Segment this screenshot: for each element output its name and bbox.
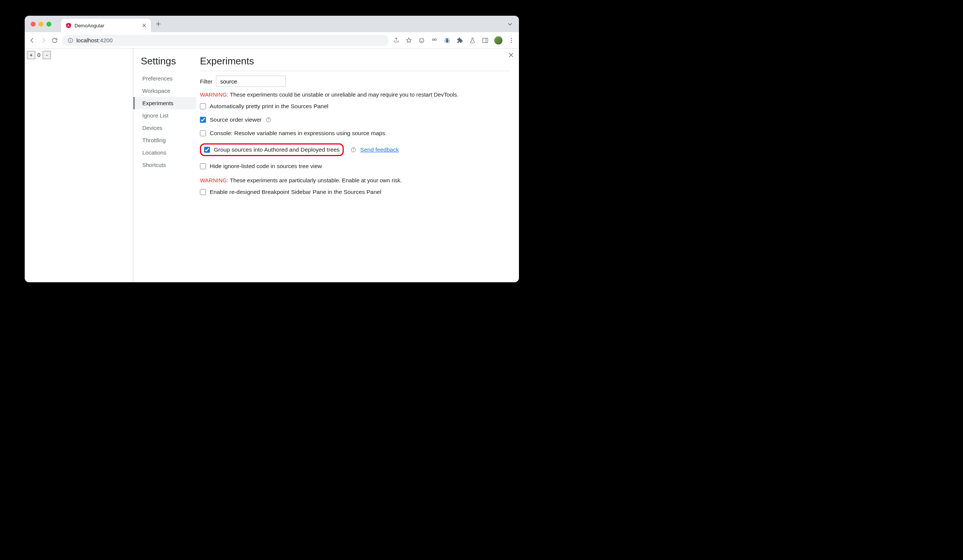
address-bar[interactable]: localhost:4200 [62,35,389,46]
experiment-checkbox[interactable] [200,103,206,109]
filter-row: Filter [200,76,510,87]
browser-tab[interactable]: DemoAngular [61,19,151,32]
svg-rect-10 [483,38,488,43]
settings-sidebar: Settings Preferences Workspace Experimen… [133,49,196,282]
back-button[interactable] [28,37,36,44]
svg-point-12 [511,38,512,39]
experiment-label: Group sources into Authored and Deployed… [214,146,340,153]
warning-2: WARNING: These experiments are particula… [200,177,510,183]
browser-toolbar: localhost:4200 [25,32,519,49]
bookmark-icon[interactable] [405,37,413,44]
svg-point-16 [268,121,269,121]
highlight-annotation: Group sources into Authored and Deployed… [200,143,344,156]
experiment-checkbox[interactable] [200,189,206,195]
experiment-checkbox[interactable] [200,117,206,123]
settings-title: Settings [141,55,196,67]
tab-strip: DemoAngular [25,16,519,32]
settings-item-workspace[interactable]: Workspace [133,84,196,97]
svg-point-14 [511,42,512,43]
experiment-row-group-sources: Group sources into Authored and Deployed… [200,143,510,156]
extension-icon-1[interactable] [418,37,425,44]
toolbar-actions [392,36,515,45]
divider [200,71,510,71]
svg-point-13 [511,40,512,41]
settings-item-shortcuts[interactable]: Shortcuts [133,159,196,171]
help-icon[interactable] [350,147,357,153]
send-feedback-link[interactable]: Send feedback [360,146,399,153]
window-maximize-button[interactable] [46,22,51,27]
experiment-label: Console: Resolve variable names in expre… [210,130,385,137]
experiment-row-breakpoint-sidebar: Enable re-designed Breakpoint Sidebar Pa… [200,189,510,196]
extension-icon-3[interactable] [443,37,451,44]
site-info-icon[interactable] [67,37,73,44]
svg-point-18 [353,151,353,151]
filter-label: Filter [200,78,212,84]
tab-title: DemoAngular [75,23,139,28]
extensions-menu-icon[interactable] [456,37,464,44]
url-text: localhost:4200 [76,37,113,44]
window-close-button[interactable] [31,22,36,27]
svg-point-4 [420,39,421,40]
experiment-label: Automatically pretty print in the Source… [210,103,328,110]
experiment-label: Hide ignore-listed code in sources tree … [210,163,322,170]
new-tab-button[interactable] [156,21,161,27]
tabstrip-dropdown-button[interactable] [507,21,513,27]
experiment-row-pretty-print: Automatically pretty print in the Source… [200,103,510,110]
forward-button[interactable] [40,37,47,44]
experiment-checkbox[interactable] [200,130,206,136]
svg-point-9 [447,41,449,43]
window-minimize-button[interactable] [39,22,44,27]
increment-button[interactable]: + [27,51,35,59]
share-icon[interactable] [392,37,400,44]
page-title: Experiments [200,55,510,67]
labs-icon[interactable] [469,37,476,44]
settings-item-experiments[interactable]: Experiments [133,97,196,109]
experiment-row-source-order: Source order viewer [200,117,510,123]
settings-item-ignore-list[interactable]: Ignore List [133,109,196,121]
extension-icon-2[interactable] [431,37,438,44]
svg-rect-1 [70,40,70,42]
experiment-row-console-resolve: Console: Resolve variable names in expre… [200,130,510,137]
settings-item-locations[interactable]: Locations [133,146,196,159]
counter-widget: + 0 - [27,51,131,59]
browser-window: DemoAngular localhost:4200 [25,16,519,282]
experiment-label: Enable re-designed Breakpoint Sidebar Pa… [210,189,381,196]
window-controls [31,22,51,27]
tab-close-button[interactable] [142,23,146,28]
experiment-checkbox[interactable] [200,163,206,169]
close-settings-button[interactable] [509,52,514,58]
decrement-button[interactable]: - [43,51,51,59]
settings-item-devices[interactable]: Devices [133,121,196,134]
settings-main: Experiments Filter WARNING: These experi… [196,49,519,282]
svg-point-6 [433,39,434,40]
profile-avatar[interactable] [494,36,503,45]
svg-point-2 [70,39,71,40]
svg-point-5 [422,39,423,40]
warning-1: WARNING: These experiments could be unst… [200,91,510,98]
svg-point-3 [419,38,424,43]
settings-item-throttling[interactable]: Throttling [133,134,196,146]
svg-point-7 [435,39,436,40]
side-panel-icon[interactable] [481,37,489,44]
experiment-row-hide-ignored: Hide ignore-listed code in sources tree … [200,163,510,170]
browser-menu-icon[interactable] [508,37,515,44]
reload-button[interactable] [51,37,58,44]
angular-favicon-icon [65,23,71,28]
page-pane: + 0 - [25,49,133,282]
filter-input[interactable] [216,76,286,87]
experiment-checkbox[interactable] [204,147,210,153]
content-area: + 0 - Settings Preferences Workspace Exp… [25,49,519,282]
settings-item-preferences[interactable]: Preferences [133,72,196,84]
counter-value: 0 [35,51,43,59]
help-icon[interactable] [266,117,271,123]
devtools-pane: Settings Preferences Workspace Experimen… [133,49,519,282]
experiment-label: Source order viewer [210,117,262,123]
